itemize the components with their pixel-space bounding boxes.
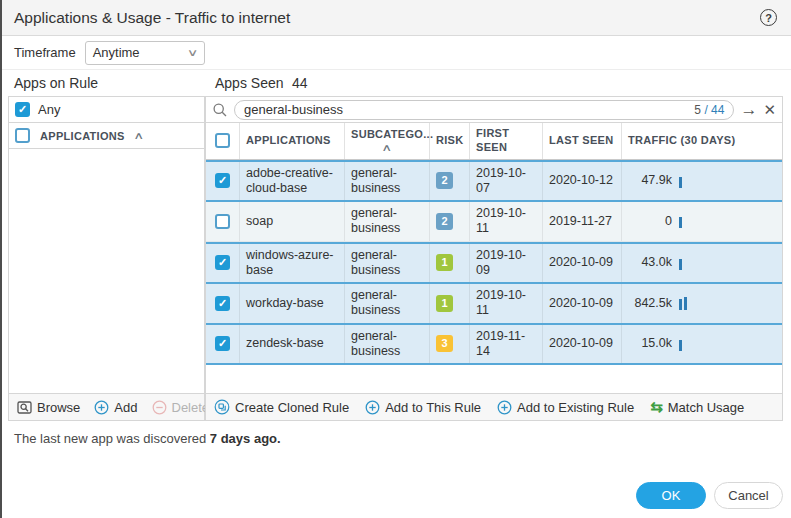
row-checkbox[interactable] (215, 214, 230, 229)
note-text: The last new app was discovered (14, 431, 210, 446)
last-seen-cell: 2020-10-09 (543, 284, 622, 323)
match-usage-button[interactable]: ⇆ Match Usage (650, 398, 744, 416)
dialog-actions: OK Cancel (636, 482, 783, 509)
plus-circle-icon (365, 400, 380, 415)
search-input[interactable]: general-business 5 / 44 (234, 100, 734, 120)
subcategory-cell: general-business (345, 244, 430, 283)
row-checkbox-cell (206, 202, 240, 241)
match-usage-label: Match Usage (668, 400, 745, 415)
apps-seen-count: 44 (292, 75, 308, 91)
row-checkbox-cell (206, 162, 240, 201)
search-match-count: 5 / 44 (694, 103, 724, 117)
table-row[interactable]: soapgeneral-business22019-10-112019-11-2… (206, 202, 782, 242)
app-name-cell: zendesk-base (240, 325, 345, 364)
select-all-rule-checkbox[interactable] (15, 128, 30, 143)
select-all-seen-cell (206, 123, 240, 159)
traffic-sparkline (679, 256, 682, 270)
browse-icon (17, 400, 32, 415)
col-last-seen[interactable]: LAST SEEN (543, 123, 622, 159)
risk-badge: 2 (436, 172, 453, 189)
add-to-existing-rule-button[interactable]: Add to Existing Rule (497, 400, 634, 415)
first-seen-cell: 2019-10-11 (470, 284, 543, 323)
app-name-cell: windows-azure-base (240, 244, 345, 283)
col-first-seen[interactable]: FIRST SEEN (470, 123, 543, 159)
col-risk[interactable]: RISK (430, 123, 470, 159)
any-checkbox[interactable] (15, 102, 30, 117)
delete-label: Delete (172, 400, 210, 415)
timeframe-label: Timeframe (14, 45, 76, 60)
table-row[interactable]: workday-basegeneral-business12019-10-112… (206, 284, 782, 325)
col-applications-label: APPLICATIONS (246, 134, 338, 148)
row-checkbox[interactable] (215, 173, 230, 188)
traffic-bar (679, 299, 682, 310)
help-icon[interactable]: ? (760, 9, 777, 26)
add-button[interactable]: Add (94, 400, 137, 415)
row-checkbox[interactable] (215, 255, 230, 270)
risk-badge: 1 (436, 254, 453, 271)
traffic-value: 47.9k (628, 173, 672, 188)
traffic-value: 842.5k (628, 296, 672, 311)
col-applications[interactable]: APPLICATIONS (240, 123, 345, 159)
select-all-seen-checkbox[interactable] (215, 133, 230, 148)
traffic-cell: 842.5k (622, 284, 782, 323)
traffic-cell: 0 (622, 202, 782, 241)
col-traffic[interactable]: TRAFFIC (30 DAYS) (622, 123, 782, 159)
applications-column-header: APPLICATIONS (40, 130, 125, 142)
browse-button[interactable]: Browse (17, 400, 80, 415)
apps-on-rule-panel: Any APPLICATIONS ∧ Browse Add (8, 96, 205, 421)
subcategory-cell: general-business (345, 162, 430, 201)
timeframe-select[interactable]: Anytime ∨ (85, 41, 205, 65)
plus-circle-icon (497, 400, 512, 415)
search-next-icon[interactable]: → (740, 101, 757, 118)
add-label: Add (114, 400, 137, 415)
last-app-discovered-note: The last new app was discovered 7 days a… (14, 431, 281, 446)
match-usage-icon: ⇆ (650, 398, 663, 416)
row-checkbox[interactable] (215, 336, 230, 351)
applications-usage-dialog: Applications & Usage - Traffic to intern… (0, 0, 791, 518)
ok-button[interactable]: OK (636, 482, 706, 509)
minus-circle-icon (152, 400, 167, 415)
traffic-sparkline (679, 337, 682, 351)
first-seen-cell: 2019-10-07 (470, 162, 543, 201)
col-subcategory[interactable]: SUBCATEGO... ∧ (345, 123, 430, 159)
note-bold: 7 days ago. (210, 431, 281, 446)
any-row: Any (9, 97, 204, 123)
add-to-this-rule-button[interactable]: Add to This Rule (365, 400, 481, 415)
col-subcategory-label: SUBCATEGO... (351, 128, 423, 142)
create-cloned-rule-button[interactable]: Create Cloned Rule (214, 399, 349, 415)
traffic-bar (684, 297, 687, 310)
risk-badge: 3 (436, 335, 453, 352)
clone-icon (214, 399, 230, 415)
traffic-value: 43.0k (628, 255, 672, 270)
dialog-titlebar: Applications & Usage - Traffic to intern… (0, 0, 791, 36)
apps-seen-rows: adobe-creative-cloud-basegeneral-busines… (206, 160, 782, 394)
add-to-existing-rule-label: Add to Existing Rule (517, 400, 634, 415)
traffic-sparkline (679, 296, 687, 310)
delete-button[interactable]: Delete (152, 400, 210, 415)
col-first-seen-label: FIRST SEEN (476, 127, 536, 155)
row-checkbox[interactable] (215, 296, 230, 311)
col-risk-label: RISK (436, 134, 463, 148)
traffic-sparkline (679, 174, 682, 188)
apps-on-rule-header[interactable]: APPLICATIONS ∧ (9, 123, 204, 149)
table-row[interactable]: zendesk-basegeneral-business32019-11-142… (206, 325, 782, 366)
timeframe-value: Anytime (93, 45, 140, 60)
table-row[interactable]: adobe-creative-cloud-basegeneral-busines… (206, 160, 782, 203)
traffic-bar (679, 217, 682, 228)
app-name-cell: soap (240, 202, 345, 241)
traffic-value: 15.0k (628, 336, 672, 351)
sort-asc-icon: ∧ (381, 142, 392, 153)
cancel-button[interactable]: Cancel (714, 482, 783, 509)
create-cloned-rule-label: Create Cloned Rule (235, 400, 349, 415)
subcategory-cell: general-business (345, 284, 430, 323)
traffic-cell: 43.0k (622, 244, 782, 283)
chevron-down-icon: ∨ (187, 47, 199, 58)
traffic-bar (679, 259, 682, 270)
row-checkbox-cell (206, 244, 240, 283)
search-clear-icon[interactable]: ✕ (763, 102, 776, 117)
table-row[interactable]: windows-azure-basegeneral-business12019-… (206, 242, 782, 285)
apps-seen-panel: general-business 5 / 44 → ✕ APPLICATIONS… (205, 96, 783, 421)
risk-cell: 1 (430, 284, 470, 323)
sort-asc-icon: ∧ (133, 130, 144, 141)
last-seen-cell: 2020-10-12 (543, 162, 622, 201)
